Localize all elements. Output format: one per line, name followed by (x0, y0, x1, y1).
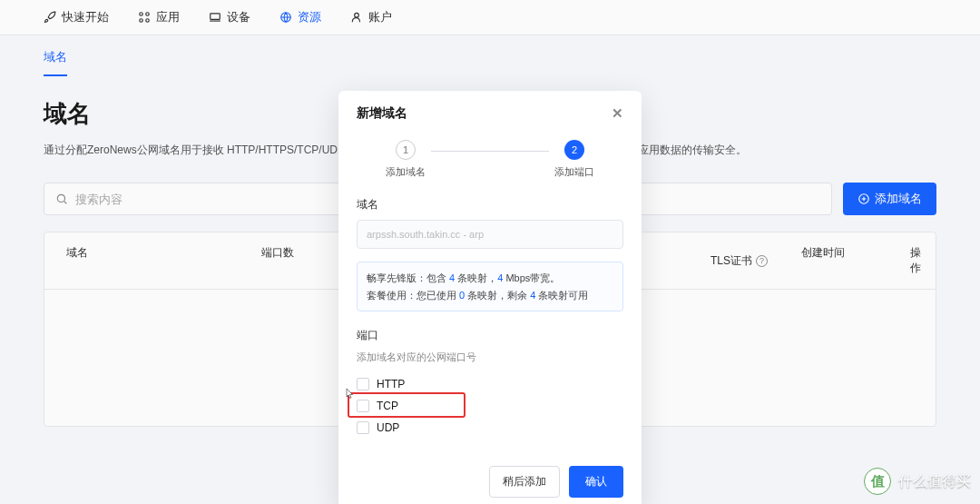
step-circle: 1 (396, 140, 416, 160)
watermark-text: 什么值得买 (898, 472, 971, 491)
checkbox-icon[interactable] (357, 400, 369, 412)
checkbox-tcp[interactable]: TCP (357, 395, 623, 417)
step-connector (431, 151, 549, 152)
cursor-icon (345, 386, 356, 400)
modal-footer: 稍后添加 确认 (338, 453, 642, 504)
port-label: 端口 (357, 328, 623, 343)
step-1: 1 添加域名 (386, 140, 426, 179)
step-label: 添加端口 (554, 165, 594, 179)
close-icon[interactable]: ✕ (612, 105, 623, 122)
checkbox-http[interactable]: HTTP (357, 373, 623, 395)
watermark: 值 什么值得买 (864, 468, 971, 495)
checkbox-label: HTTP (377, 378, 405, 390)
plan-info-box: 畅享先锋版：包含 4 条映射，4 Mbps带宽。 套餐使用：您已使用 0 条映射… (357, 262, 623, 311)
confirm-button[interactable]: 确认 (569, 466, 623, 498)
port-sublabel: 添加域名对应的公网端口号 (357, 351, 623, 364)
checkbox-icon[interactable] (357, 378, 369, 390)
stepper: 1 添加域名 2 添加端口 (357, 140, 623, 179)
later-button[interactable]: 稍后添加 (489, 466, 560, 498)
domain-readonly-input: arpssh.south.takin.cc - arp (357, 220, 623, 249)
step-2: 2 添加端口 (554, 140, 594, 179)
watermark-badge: 值 (864, 468, 891, 495)
add-domain-modal: 新增域名 ✕ 1 添加域名 2 添加端口 域名 arpssh.south.tak… (338, 91, 642, 504)
modal-header: 新增域名 ✕ (338, 91, 642, 136)
step-label: 添加域名 (386, 165, 426, 179)
step-circle: 2 (564, 140, 584, 160)
domain-label: 域名 (357, 197, 623, 212)
checkbox-label: UDP (377, 421, 399, 434)
modal-title: 新增域名 (357, 105, 407, 122)
modal-overlay: 新增域名 ✕ 1 添加域名 2 添加端口 域名 arpssh.south.tak… (0, 0, 980, 504)
checkbox-label: TCP (377, 400, 398, 412)
checkbox-udp[interactable]: UDP (357, 417, 623, 439)
modal-body: 1 添加域名 2 添加端口 域名 arpssh.south.takin.cc -… (338, 136, 642, 453)
checkbox-icon[interactable] (357, 421, 369, 434)
